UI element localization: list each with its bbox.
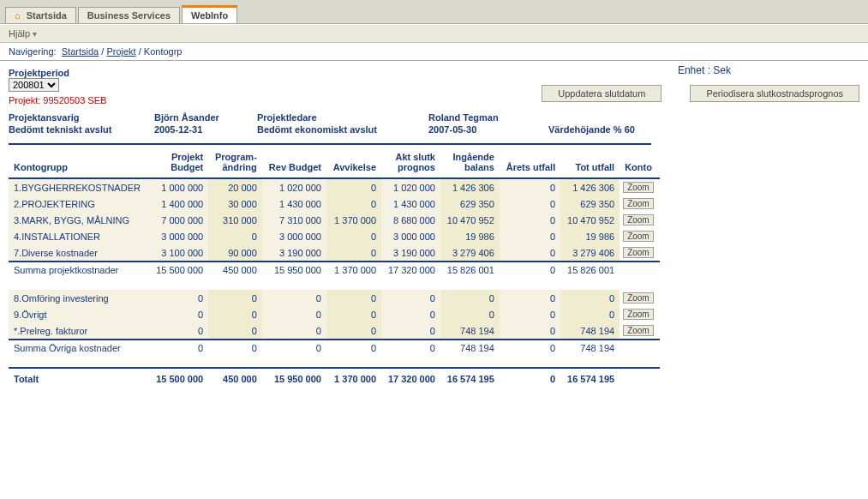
cell: 16 574 195 — [440, 368, 500, 387]
cell: 1 430 000 — [262, 195, 326, 212]
cell: 0 — [262, 290, 326, 306]
row-name: 3.MARK, BYGG, MÅLNING — [9, 212, 149, 228]
cell: 0 — [500, 368, 560, 387]
cell: 748 194 — [560, 322, 620, 340]
cell: 1 370 000 — [326, 368, 381, 387]
projektledare-value: Roland Tegman — [428, 112, 548, 123]
tab-webinfo[interactable]: WebInfo — [182, 5, 237, 23]
cell: 15 500 000 — [149, 368, 208, 387]
projektperiod-select[interactable]: 200801 — [9, 78, 59, 92]
cell: 20 000 — [208, 178, 262, 195]
projektledare-label: Projektledare — [257, 112, 428, 123]
cell: 0 — [262, 322, 326, 340]
row-name: *.Prelreg. fakturor — [9, 322, 149, 340]
zoom-button[interactable]: Zoom — [623, 182, 654, 193]
cell: 0 — [440, 290, 500, 306]
cell: 0 — [326, 244, 381, 262]
tab-business-services[interactable]: Business Services — [78, 7, 180, 23]
tab-startsida[interactable]: ⌂ Startsida — [5, 7, 76, 23]
cell: 17 320 000 — [381, 368, 440, 387]
zoom-button[interactable]: Zoom — [623, 292, 654, 304]
cell: 3 000 000 — [381, 228, 440, 244]
cell: 1 426 306 — [560, 178, 620, 195]
cell: 19 986 — [440, 228, 500, 244]
enhet-label: Enhet : — [678, 64, 710, 76]
periodisera-button[interactable]: Periodisera slutkostnadsprognos — [690, 85, 859, 102]
cell: 0 — [326, 306, 381, 322]
zoom-cell: Zoom — [620, 290, 660, 306]
col-aretsutfall: Årets utfall — [500, 148, 560, 178]
cell: 0 — [500, 244, 560, 262]
cell: 0 — [208, 340, 262, 356]
project-meta: Projektansvarig Björn Åsander Projektled… — [9, 112, 859, 135]
projekt-label: Projekt: — [9, 95, 40, 105]
cell: 15 500 000 — [149, 262, 208, 278]
cell: 1 430 000 — [381, 195, 440, 212]
cell: 1 000 000 — [149, 178, 208, 195]
cell: 0 — [326, 340, 381, 356]
cell: 90 000 — [208, 244, 262, 262]
cell: 17 320 000 — [381, 262, 440, 278]
cell: 0 — [500, 290, 560, 306]
breadcrumb: Navigering: Startsida / Projekt / Kontog… — [0, 43, 868, 61]
ekonomiskt-avslut-value: 2007-05-30 — [428, 124, 548, 135]
col-revbudget: Rev Budget — [262, 148, 326, 178]
cell: 1 370 000 — [326, 262, 381, 278]
row-name: 1.BYGGHERREKOSTNADER — [9, 178, 149, 195]
zoom-button[interactable]: Zoom — [623, 247, 654, 258]
col-programandring: Program-ändring — [208, 148, 262, 178]
sum-row: Summa projektkostnader15 500 000450 0001… — [9, 262, 660, 278]
kontogrupp-table: Kontogrupp ProjektBudget Program-ändring… — [9, 148, 660, 387]
breadcrumb-projekt[interactable]: Projekt — [106, 46, 135, 57]
cell: 16 574 195 — [560, 368, 620, 387]
cell: 10 470 952 — [440, 212, 500, 228]
row-name: Totalt — [9, 368, 149, 387]
cell: 0 — [208, 290, 262, 306]
cell: 0 — [326, 178, 381, 195]
cell: 0 — [381, 340, 440, 356]
tekniskt-avslut-label: Bedömt tekniskt avslut — [9, 124, 154, 135]
table-row: 8.Omföring investering00000000Zoom — [9, 290, 660, 306]
zoom-button[interactable]: Zoom — [623, 231, 654, 242]
cell: 3 190 000 — [381, 244, 440, 262]
table-row: 1.BYGGHERREKOSTNADER1 000 00020 0001 020… — [9, 178, 660, 195]
ekonomiskt-avslut-label: Bedömt ekonomiskt avslut — [257, 124, 428, 135]
cell: 0 — [500, 340, 560, 356]
cell: 0 — [149, 340, 208, 356]
cell: 0 — [500, 306, 560, 322]
cell: 0 — [500, 322, 560, 340]
cell: 0 — [500, 195, 560, 212]
row-name: Summa Övriga kostnader — [9, 340, 149, 356]
divider — [9, 143, 651, 145]
cell: 1 020 000 — [262, 178, 326, 195]
zoom-cell: Zoom — [620, 306, 660, 322]
projektansvarig-label: Projektansvarig — [9, 112, 154, 123]
row-name: 8.Omföring investering — [9, 290, 149, 306]
table-row: 2.PROJEKTERING1 400 00030 0001 430 00001… — [9, 195, 660, 212]
zoom-button[interactable]: Zoom — [623, 325, 654, 336]
help-menu[interactable]: Hjälp ▾ — [9, 28, 37, 39]
col-avvikelse: Avvikelse — [326, 148, 381, 178]
cell: 0 — [500, 262, 560, 278]
cell: 0 — [208, 306, 262, 322]
breadcrumb-label: Navigering: — [9, 46, 57, 57]
tab-bar: ⌂ Startsida Business Services WebInfo — [0, 0, 868, 24]
uppdatera-slutdatum-button[interactable]: Uppdatera slutdatum — [542, 85, 661, 102]
cell: 0 — [149, 290, 208, 306]
table-row: 9.Övrigt00000000Zoom — [9, 306, 660, 322]
cell: 0 — [381, 322, 440, 340]
cell: 748 194 — [440, 340, 500, 356]
sum-row: Summa Övriga kostnader00000748 1940748 1… — [9, 340, 660, 356]
cell: 0 — [500, 178, 560, 195]
zoom-button[interactable]: Zoom — [623, 309, 654, 320]
table-row: 4.INSTALLATIONER3 000 00003 000 00003 00… — [9, 228, 660, 244]
cell: 748 194 — [440, 322, 500, 340]
row-name: Summa projektkostnader — [9, 262, 149, 278]
cell: 15 826 001 — [560, 262, 620, 278]
cell: 7 310 000 — [262, 212, 326, 228]
breadcrumb-startsida[interactable]: Startsida — [62, 46, 99, 57]
zoom-button[interactable]: Zoom — [623, 198, 654, 209]
zoom-button[interactable]: Zoom — [623, 214, 654, 225]
zoom-cell: Zoom — [620, 322, 660, 340]
zoom-cell: Zoom — [620, 195, 660, 212]
